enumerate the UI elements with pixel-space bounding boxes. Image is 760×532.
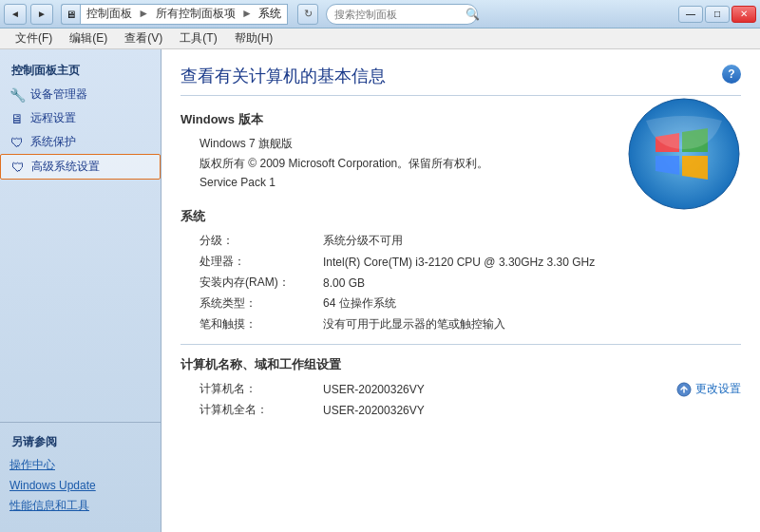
system-row-pen: 笔和触摸： 没有可用于此显示器的笔或触控输入	[180, 316, 741, 332]
system-row-rating: 分级： 系统分级不可用	[180, 233, 741, 249]
minimize-button[interactable]: —	[678, 6, 703, 23]
search-bar[interactable]: 🔍	[326, 4, 478, 25]
value-type: 64 位操作系统	[323, 295, 396, 312]
help-icon-button[interactable]: ?	[722, 65, 741, 84]
menu-tools[interactable]: 工具(T)	[172, 28, 224, 48]
forward-button[interactable]: ►	[30, 4, 53, 25]
windows-logo	[627, 97, 741, 211]
label-ram: 安装内存(RAM)：	[200, 275, 323, 291]
system-protection-icon: 🛡	[10, 135, 25, 150]
address-content[interactable]: 控制面板 ► 所有控制面板项 ► 系统	[80, 4, 288, 25]
main-layout: 控制面板主页 🔧 设备管理器 🖥 远程设置 🛡 系统保护 🛡 高级系统设置 另请…	[0, 49, 760, 532]
address-icon: 🖥	[61, 4, 80, 25]
search-icon: 🔍	[466, 8, 480, 21]
sidebar: 控制面板主页 🔧 设备管理器 🖥 远程设置 🛡 系统保护 🛡 高级系统设置 另请…	[0, 49, 162, 532]
sidebar-bottom: 另请参阅 操作中心 Windows Update 性能信息和工具	[0, 422, 161, 524]
sidebar-item-label-advanced: 高级系统设置	[31, 159, 100, 175]
device-manager-icon: 🔧	[10, 87, 25, 103]
breadcrumb-part1: 控制面板	[86, 7, 132, 20]
address-bar: 🖥 控制面板 ► 所有控制面板项 ► 系统	[61, 4, 288, 25]
computer-name-section: 计算机名： USER-20200326VY 更改设置 计算机全名： USER-2…	[180, 381, 741, 418]
label-rating: 分级：	[200, 233, 323, 249]
value-processor: Intel(R) Core(TM) i3-2120 CPU @ 3.30GHz …	[323, 256, 595, 269]
sidebar-item-remote-settings[interactable]: 🖥 远程设置	[0, 106, 161, 130]
label-processor: 处理器：	[200, 254, 323, 270]
breadcrumb: 控制面板 ► 所有控制面板项 ► 系统	[86, 6, 281, 22]
computer-name-row: 计算机名： USER-20200326VY 更改设置	[180, 381, 741, 397]
breadcrumb-sep1: ►	[138, 7, 152, 20]
computer-fullname-row: 计算机全名： USER-20200326VY	[180, 402, 741, 418]
sidebar-item-system-protection[interactable]: 🛡 系统保护	[0, 130, 161, 154]
maximize-button[interactable]: □	[705, 6, 730, 23]
computer-fullname-label: 计算机全名：	[200, 402, 323, 418]
menu-view[interactable]: 查看(V)	[117, 28, 170, 48]
breadcrumb-sep2: ►	[241, 7, 256, 20]
sidebar-item-device-manager[interactable]: 🔧 设备管理器	[0, 83, 161, 106]
svg-point-0	[629, 99, 739, 209]
menu-file[interactable]: 文件(F)	[8, 28, 60, 48]
computer-section-title: 计算机名称、域和工作组设置	[180, 356, 741, 373]
label-pen: 笔和触摸：	[200, 316, 323, 332]
menu-bar: 文件(F) 编辑(E) 查看(V) 工具(T) 帮助(H)	[0, 28, 760, 49]
sidebar-item-label-remote: 远程设置	[30, 110, 76, 126]
label-type: 系统类型：	[200, 295, 323, 312]
also-see-title: 另请参阅	[0, 430, 161, 454]
breadcrumb-current: 系统	[258, 7, 281, 20]
refresh-button[interactable]: ↻	[297, 4, 318, 25]
computer-fullname-value: USER-20200326VY	[323, 404, 741, 417]
system-row-processor: 处理器： Intel(R) Core(TM) i3-2120 CPU @ 3.3…	[180, 254, 741, 270]
change-settings-button[interactable]: 更改设置	[676, 381, 741, 397]
sidebar-link-performance[interactable]: 性能信息和工具	[0, 495, 161, 517]
value-rating[interactable]: 系统分级不可用	[323, 233, 403, 249]
value-ram: 8.00 GB	[323, 276, 365, 290]
service-pack-text: Service Pack 1	[200, 176, 276, 189]
menu-help[interactable]: 帮助(H)	[227, 28, 281, 48]
change-settings-icon	[676, 382, 692, 397]
sidebar-item-label-protection: 系统保护	[30, 134, 76, 150]
sidebar-item-label-device: 设备管理器	[30, 86, 87, 103]
back-button[interactable]: ◄	[4, 4, 27, 25]
system-row-type: 系统类型： 64 位操作系统	[180, 295, 741, 312]
computer-name-label: 计算机名：	[200, 381, 323, 397]
copyright-text: 版权所有 © 2009 Microsoft Corporation。保留所有权利…	[200, 156, 488, 172]
title-bar: ◄ ► 🖥 控制面板 ► 所有控制面板项 ► 系统 ↻ 🔍 — □	[0, 0, 760, 28]
sidebar-link-action-center[interactable]: 操作中心	[0, 454, 161, 476]
computer-name-value: USER-20200326VY	[323, 383, 676, 396]
close-button[interactable]: ✕	[732, 6, 756, 23]
sidebar-item-advanced-settings[interactable]: 🛡 高级系统设置	[0, 154, 161, 180]
system-section: 系统 分级： 系统分级不可用 处理器： Intel(R) Core(TM) i3…	[180, 208, 741, 332]
change-settings-label: 更改设置	[695, 381, 741, 397]
title-bar-left: ◄ ► 🖥 控制面板 ► 所有控制面板项 ► 系统 ↻ 🔍	[4, 4, 478, 25]
menu-edit[interactable]: 编辑(E)	[62, 28, 115, 48]
value-pen: 没有可用于此显示器的笔或触控输入	[323, 316, 505, 332]
system-row-ram: 安装内存(RAM)： 8.00 GB	[180, 275, 741, 291]
content-area: ? 查看有关计算机的基本信息 Windows 版本 Windows 7 旗舰版	[162, 49, 760, 532]
sidebar-link-windows-update[interactable]: Windows Update	[0, 476, 161, 495]
title-controls: — □ ✕	[678, 6, 756, 23]
search-input[interactable]	[334, 9, 466, 20]
breadcrumb-part2: 所有控制面板项	[156, 7, 236, 20]
windows-edition: Windows 7 旗舰版	[200, 136, 293, 152]
section-divider	[180, 344, 741, 345]
advanced-settings-icon: 🛡	[10, 160, 26, 175]
remote-settings-icon: 🖥	[10, 111, 25, 126]
sidebar-main-title[interactable]: 控制面板主页	[0, 57, 161, 83]
page-title: 查看有关计算机的基本信息	[180, 65, 741, 96]
